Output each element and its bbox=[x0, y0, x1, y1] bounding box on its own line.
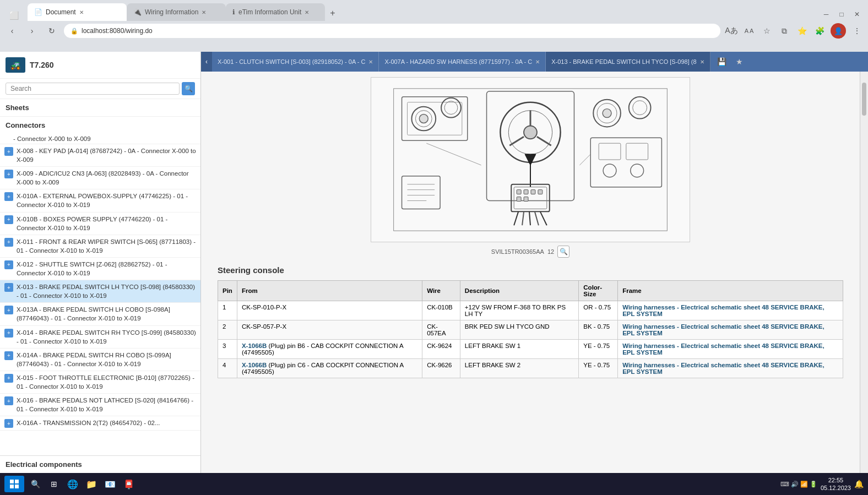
doc-tab-x001-close[interactable]: ✕ bbox=[368, 59, 373, 65]
taskbar-datetime: 22:55 05.12.2023 bbox=[821, 476, 851, 492]
sheets-label: Sheets bbox=[0, 99, 200, 117]
search-button[interactable]: 🔍 bbox=[182, 82, 195, 95]
tab-document-favicon: 📄 bbox=[34, 8, 42, 16]
cell-wire: CK-010B bbox=[422, 301, 460, 320]
expand-icon[interactable]: + bbox=[4, 283, 13, 292]
expand-icon[interactable]: + bbox=[4, 170, 13, 178]
list-item[interactable]: - Connector X-000 to X-009 bbox=[0, 134, 200, 144]
taskbar-app2[interactable]: 📮 bbox=[121, 476, 137, 492]
doc-tab-x007a-label: X-007A - HAZARD SW HARNESS (87715977) - … bbox=[384, 58, 532, 65]
lock-icon: 🔒 bbox=[70, 28, 78, 35]
doc-tab-x001[interactable]: X-001 - CLUTCH SWITCH [S-003] (82918052)… bbox=[212, 52, 379, 72]
svg-rect-48 bbox=[10, 480, 14, 483]
svg-rect-21 bbox=[524, 190, 528, 194]
svg-rect-49 bbox=[15, 480, 19, 483]
list-item[interactable]: + X-011 - FRONT & REAR WIPER SWITCH [S-0… bbox=[0, 235, 200, 258]
splitscreen-icon[interactable]: ⧉ bbox=[778, 24, 791, 37]
save-doc-button[interactable]: 💾 bbox=[715, 55, 729, 69]
list-item[interactable]: + X-012 - SHUTTLE SWITCH [Z-062] (828627… bbox=[0, 258, 200, 280]
expand-icon[interactable]: + bbox=[4, 192, 13, 201]
back-button[interactable]: ‹ bbox=[4, 23, 20, 39]
list-item[interactable]: + X-009 - ADIC/ICU2 CN3 [A-063] (8202849… bbox=[0, 167, 200, 189]
expand-icon[interactable]: + bbox=[4, 396, 13, 405]
cell-wire: CK-9624 bbox=[422, 340, 460, 359]
col-color-size: Color-Size bbox=[579, 281, 618, 301]
list-item-active[interactable]: + X-013 - BRAKE PEDAL SWITCH LH TYCO [S-… bbox=[0, 280, 200, 303]
search-input[interactable] bbox=[6, 83, 180, 95]
tab-document[interactable]: 📄 Document ✕ bbox=[28, 3, 127, 21]
refresh-button[interactable]: ↻ bbox=[44, 23, 59, 39]
list-item[interactable]: + X-013A - BRAKE PEDAL SWITCH LH COBO [S… bbox=[0, 303, 200, 325]
doc-tab-x007a-close[interactable]: ✕ bbox=[535, 59, 540, 65]
list-item[interactable]: + X-015 - FOOT THROTTLE ELECTRONIC [B-01… bbox=[0, 371, 200, 394]
frame-link[interactable]: Wiring harnesses - Electrical schematic … bbox=[622, 304, 824, 317]
cell-wire: CK-057EA bbox=[422, 320, 460, 340]
cell-from: X-1066B (Plug) pin C6 - CAB COCKPIT CONN… bbox=[237, 359, 422, 378]
cell-description: LEFT BRAKE SW 1 bbox=[460, 340, 578, 359]
list-item[interactable]: + X-016 - BRAKE PEDALS NOT LATHCED [S-02… bbox=[0, 394, 200, 416]
table-row: 2 CK-SP-057-P-X CK-057EA BRK PED SW LH T… bbox=[218, 320, 843, 340]
frame-link[interactable]: Wiring harnesses - Electrical schematic … bbox=[622, 342, 824, 356]
expand-icon[interactable]: + bbox=[4, 351, 13, 360]
expand-icon[interactable]: + bbox=[4, 147, 13, 156]
zoom-icon[interactable]: A A bbox=[742, 24, 756, 37]
list-item[interactable]: + X-010A - EXTERNAL POWEBOX-SUPPLY (4774… bbox=[0, 189, 200, 212]
doc-tab-x013-close[interactable]: ✕ bbox=[700, 59, 704, 65]
maximize-button[interactable]: □ bbox=[835, 8, 848, 21]
profile-icon[interactable]: 👤 bbox=[831, 23, 846, 39]
expand-icon[interactable]: + bbox=[4, 329, 13, 338]
col-pin: Pin bbox=[218, 281, 237, 301]
tab-wiring[interactable]: 🔌 Wiring Information ✕ bbox=[127, 3, 226, 21]
taskbar-search[interactable]: 🔍 bbox=[28, 476, 43, 492]
tab-etim-close[interactable]: ✕ bbox=[305, 9, 309, 15]
taskbar-task-view[interactable]: ⊞ bbox=[46, 476, 62, 492]
cell-color-size: YE - 0.75 bbox=[579, 340, 618, 359]
expand-icon[interactable]: + bbox=[4, 419, 13, 428]
zoom-button[interactable]: 🔍 bbox=[557, 246, 569, 258]
close-button[interactable]: ✕ bbox=[850, 8, 864, 21]
list-item[interactable]: + X-014A - BRAKE PEDAL SWITCH RH COBO [S… bbox=[0, 349, 200, 371]
list-item[interactable]: + X-008 - KEY PAD [A-014] (87687242) - 0… bbox=[0, 144, 200, 167]
tab-wiring-close[interactable]: ✕ bbox=[202, 9, 206, 15]
taskbar-browser[interactable]: 🌐 bbox=[65, 476, 80, 492]
expand-icon[interactable]: + bbox=[4, 260, 13, 269]
doc-tab-x007a[interactable]: X-007A - HAZARD SW HARNESS (87715977) - … bbox=[379, 52, 546, 72]
taskbar-icons-area: ⌨ 🔊 📶 🔋 bbox=[780, 481, 817, 488]
pin-doc-button[interactable]: ★ bbox=[733, 55, 747, 69]
notification-icon[interactable]: 🔔 bbox=[854, 480, 864, 488]
start-button[interactable] bbox=[4, 476, 24, 492]
taskbar-explorer[interactable]: 📁 bbox=[84, 476, 99, 492]
connector-table: Pin From Wire Description Color-Size Fra… bbox=[218, 280, 843, 378]
from-link[interactable]: X-1066B bbox=[242, 342, 267, 349]
expand-icon[interactable]: + bbox=[4, 238, 13, 247]
from-link[interactable]: X-1066B bbox=[242, 362, 267, 368]
list-item[interactable]: + X-016A - TRANSMISSION 2(T2) (84654702)… bbox=[0, 416, 200, 431]
minimize-button[interactable]: ─ bbox=[820, 8, 833, 21]
cell-pin: 2 bbox=[218, 320, 237, 340]
browser-menu-icon[interactable]: ⋮ bbox=[850, 24, 864, 37]
svg-rect-22 bbox=[531, 190, 535, 194]
forward-button[interactable]: › bbox=[24, 23, 40, 39]
url-text[interactable]: localhost:8080/wiring.do bbox=[82, 27, 714, 35]
list-item[interactable]: + X-014 - BRAKE PEDAL SWITCH RH TYCO [S-… bbox=[0, 326, 200, 349]
expand-icon[interactable]: + bbox=[4, 374, 13, 383]
doc-tab-x013[interactable]: X-013 - BRAKE PEDAL SWITCH LH TYCO [S-09… bbox=[546, 52, 710, 72]
frame-link[interactable]: Wiring harnesses - Electrical schematic … bbox=[622, 362, 824, 375]
list-item[interactable]: + X-010B - BOXES POWER SUPPLY (47746220)… bbox=[0, 213, 200, 235]
tab-etim[interactable]: ℹ eTim Information Unit ✕ bbox=[226, 3, 325, 21]
expand-icon[interactable]: + bbox=[4, 306, 13, 314]
sidebar-collapse-button[interactable]: ‹ bbox=[201, 52, 212, 72]
extension-icon[interactable]: 🧩 bbox=[813, 24, 826, 37]
cell-pin: 3 bbox=[218, 340, 237, 359]
tab-document-close[interactable]: ✕ bbox=[79, 9, 84, 15]
taskbar-app1[interactable]: 📧 bbox=[102, 476, 118, 492]
right-scrollbar[interactable] bbox=[860, 72, 868, 473]
translate-icon[interactable]: Aあ bbox=[725, 24, 738, 37]
new-tab-icon[interactable]: + bbox=[325, 6, 340, 21]
bookmark-icon[interactable]: ☆ bbox=[760, 24, 773, 37]
expand-icon[interactable]: + bbox=[4, 215, 13, 224]
cell-color-size: BK - 0.75 bbox=[579, 320, 618, 340]
collections-icon[interactable]: ⭐ bbox=[795, 24, 809, 37]
frame-link[interactable]: Wiring harnesses - Electrical schematic … bbox=[622, 323, 824, 336]
new-tab-button[interactable]: ⬜ bbox=[8, 10, 19, 21]
